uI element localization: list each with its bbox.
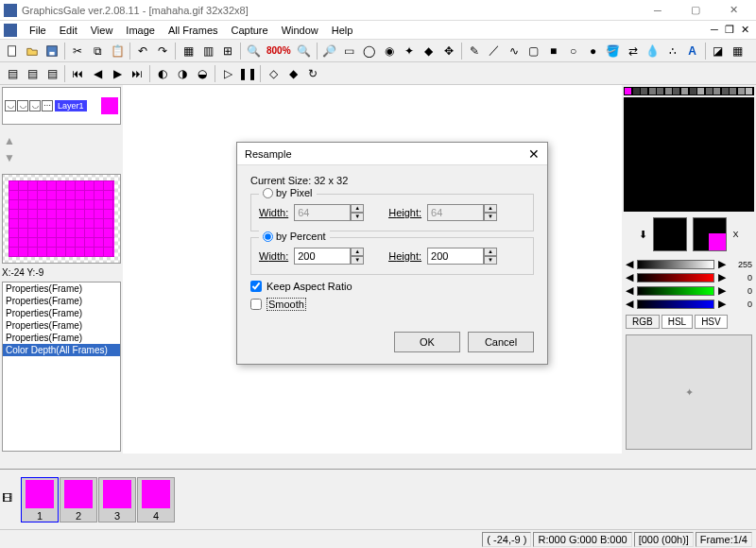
palette-swatch[interactable] [657,204,663,211]
palette-swatch[interactable] [706,113,713,120]
palette-swatch[interactable] [746,197,752,203]
palette-swatch[interactable] [746,174,752,180]
palette-swatch[interactable] [738,174,745,180]
palette-swatch[interactable] [730,204,736,211]
palette-swatch[interactable] [738,197,745,203]
palette-swatch[interactable] [697,181,704,188]
palette-swatch[interactable] [625,204,631,211]
palette-swatch[interactable] [625,128,631,135]
palette-swatch[interactable] [625,189,631,196]
palette-swatch[interactable] [649,166,656,173]
palette-swatch[interactable] [730,166,736,173]
maximize-button[interactable]: ▢ [677,0,714,21]
palette-swatch[interactable] [665,174,672,180]
palette-swatch[interactable] [730,106,736,112]
palette-swatch[interactable] [641,136,647,143]
frame-1[interactable]: 1 [21,477,59,522]
dialog-titlebar[interactable]: Resample ✕ [237,143,547,165]
palette-swatch[interactable] [633,98,640,105]
palette-swatch[interactable] [657,106,663,112]
palette-swatch[interactable] [649,136,656,143]
palette-swatch[interactable] [713,136,720,143]
palette-swatch[interactable] [697,136,704,143]
minimize-button[interactable]: ─ [639,0,677,21]
palette-swatch[interactable] [746,166,752,173]
palette-swatch[interactable] [746,113,752,120]
menu-image[interactable]: Image [119,23,162,38]
palette-swatch[interactable] [673,98,679,105]
palette-swatch[interactable] [649,88,656,94]
menu-edit[interactable]: Edit [53,23,84,38]
palette-swatch[interactable] [641,151,647,158]
palette-swatch[interactable] [697,106,704,112]
palette-swatch[interactable] [713,106,720,112]
palette-swatch[interactable] [722,151,729,158]
palette-swatch[interactable] [633,189,640,196]
dup-frame-button[interactable]: ▤ [43,64,61,83]
palette-swatch[interactable] [649,98,656,105]
palette-swatch[interactable] [722,204,729,211]
palette-swatch[interactable] [665,144,672,150]
palette-swatch[interactable] [746,136,752,143]
palette-swatch[interactable] [730,136,736,143]
palette-swatch[interactable] [746,98,752,105]
history-item[interactable]: Properties(Frame) [3,307,120,319]
palette-swatch[interactable] [713,197,720,203]
text-tool[interactable]: A [683,42,702,60]
palette-swatch[interactable] [649,121,656,128]
last-frame-button[interactable]: ⏭ [128,64,146,83]
palette-button[interactable]: ▦ [179,42,198,60]
pixel-height-input[interactable] [427,204,484,221]
palette-swatch[interactable] [625,113,631,120]
palette-swatch[interactable] [649,106,656,112]
layer-down-button[interactable]: ▼ [4,149,119,166]
palette-swatch[interactable] [713,128,720,135]
palette-swatch[interactable] [697,159,704,165]
palette-swatch[interactable] [738,204,745,211]
palette-swatch[interactable] [681,88,688,94]
snap-button[interactable]: ⊞ [218,42,237,60]
palette-swatch[interactable] [673,128,679,135]
palette-swatch[interactable] [657,159,663,165]
palette-swatch[interactable] [746,151,752,158]
palette-swatch[interactable] [690,197,696,203]
palette-swatch[interactable] [649,181,656,188]
palette-swatch[interactable] [681,128,688,135]
palette-swatch[interactable] [641,106,647,112]
palette-swatch[interactable] [722,174,729,180]
palette-swatch[interactable] [697,174,704,180]
menu-window[interactable]: Window [275,23,325,38]
palette-swatch[interactable] [713,151,720,158]
palette-swatch[interactable] [665,136,672,143]
palette-swatch[interactable] [633,166,640,173]
close-button[interactable]: ✕ [714,0,752,21]
palette-swatch[interactable] [722,121,729,128]
open-button[interactable] [23,42,42,60]
palette-swatch[interactable] [738,98,745,105]
palette-swatch[interactable] [681,181,688,188]
palette-swatch[interactable] [722,113,729,120]
delete-frame-button[interactable]: ▤ [23,64,42,83]
color-palette[interactable] [624,87,754,95]
palette-swatch[interactable] [738,121,745,128]
rotate-button[interactable]: ↻ [303,64,322,83]
palette-swatch[interactable] [722,106,729,112]
tab-rgb[interactable]: RGB [626,315,660,329]
palette-swatch[interactable] [657,151,663,158]
g-slider[interactable] [637,286,714,296]
palette-swatch[interactable] [665,106,672,112]
palette-swatch[interactable] [730,128,736,135]
layer-link-icon[interactable]: ◡ [29,100,41,111]
spin-down-icon[interactable]: ▼ [351,256,364,265]
palette-swatch[interactable] [673,197,679,203]
palette-swatch[interactable] [665,151,672,158]
by-percent-radio[interactable] [263,231,273,242]
lasso-tool[interactable]: ◉ [380,42,399,60]
palette-swatch[interactable] [730,189,736,196]
palette-swatch[interactable] [673,106,679,112]
palette-swatch[interactable] [673,113,679,120]
cut-button[interactable]: ✂ [68,42,87,60]
palette-swatch[interactable] [681,151,688,158]
history-item[interactable]: Properties(Frame) [3,332,120,344]
palette-swatch[interactable] [649,151,656,158]
